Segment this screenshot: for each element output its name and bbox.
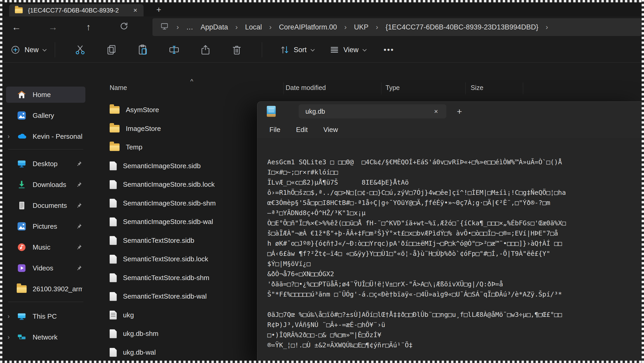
sort-button[interactable]: Sort xyxy=(279,45,314,55)
notepad-text-line: $Ý□|M§öVï¿□ xyxy=(267,259,642,269)
column-header-size[interactable]: Size xyxy=(471,84,483,92)
cut-icon[interactable] xyxy=(74,44,86,56)
delete-icon[interactable] xyxy=(231,44,243,56)
back-icon[interactable]: ← xyxy=(8,22,25,33)
notepad-app-icon xyxy=(267,106,276,117)
rename-icon[interactable] xyxy=(168,44,180,56)
sidebar-item-desktop[interactable]: Desktop xyxy=(6,156,85,172)
explorer-sidebar: Home Gallery › Kevin - Personal Desktop xyxy=(2,63,89,361)
close-tab-icon[interactable]: × xyxy=(132,6,139,14)
sidebar-item-documents[interactable]: Documents xyxy=(6,197,85,214)
notepad-text-line: 0äJ□7Qœ %□ú‰\å□ïô#□?±sÙ]AÖí□lŒ†Å‡‡ð□□ÐlÛ… xyxy=(267,310,642,320)
sidebar-item-network[interactable]: › Network xyxy=(6,329,85,345)
sidebar-item-label: 26100.3902_arm64 xyxy=(33,285,82,293)
column-separator[interactable] xyxy=(465,82,466,94)
share-icon[interactable] xyxy=(199,44,211,56)
sidebar-divider xyxy=(8,302,83,302)
file-icon xyxy=(110,199,117,208)
breadcrumb-overflow[interactable]: … xyxy=(186,23,193,31)
refresh-icon[interactable] xyxy=(116,22,132,33)
file-name: SemanticTextStore.sidb xyxy=(123,237,194,245)
expand-chevron-icon[interactable]: › xyxy=(8,313,10,320)
expand-chevron-icon[interactable]: › xyxy=(8,133,10,140)
downloads-icon xyxy=(16,179,27,190)
file-icon xyxy=(110,255,117,264)
paste-icon[interactable] xyxy=(137,44,149,56)
network-icon xyxy=(16,332,27,342)
column-header-type[interactable]: Type xyxy=(386,84,400,92)
menu-view[interactable]: View xyxy=(323,126,338,134)
sidebar-item-gallery[interactable]: Gallery xyxy=(6,107,85,124)
new-button[interactable]: New xyxy=(10,45,45,55)
column-header-date-modified[interactable]: Date modified xyxy=(286,84,326,92)
notepad-text-line: Ò□E°Ô□ñ"Ï□%×€>%%êž(□□ü□Å fH-¨□^KVD"íä+wt… xyxy=(267,218,642,228)
sidebar-item-music[interactable]: Music xyxy=(6,239,85,255)
notepad-titlebar[interactable]: ukg.db × + xyxy=(257,102,642,121)
file-icon xyxy=(110,348,117,357)
breadcrumb-item-appdata[interactable]: AppData xyxy=(200,23,228,31)
file-icon xyxy=(110,236,117,245)
explorer-tab[interactable]: {1EC4CC77-6D6B-40BC-8939-2 × xyxy=(9,4,144,16)
sidebar-item-downloads[interactable]: Downloads xyxy=(6,177,85,193)
column-separator[interactable] xyxy=(523,82,523,94)
breadcrumb-item-ukp[interactable]: UKP xyxy=(354,23,369,31)
new-button-label: New xyxy=(25,46,39,54)
notepad-editor[interactable]: AesGcm1 SQLite3 □ □□0@ □4C‰¢/§€MÈQOÍ+EáS… xyxy=(257,138,642,363)
folder-icon xyxy=(110,143,120,151)
this-pc-icon[interactable] xyxy=(160,22,169,33)
menu-file[interactable]: File xyxy=(269,126,280,134)
new-tab-button[interactable]: + xyxy=(156,5,161,15)
new-tab-button[interactable]: + xyxy=(457,106,462,117)
sidebar-item-videos[interactable]: Videos xyxy=(6,260,85,276)
column-separator[interactable] xyxy=(381,82,381,94)
file-name: ukg.db-shm xyxy=(123,330,158,338)
sidebar-item-build-folder[interactable]: 26100.3902_arm64 xyxy=(6,281,85,297)
gallery-icon xyxy=(16,110,27,121)
sort-ascending-icon[interactable]: ^ xyxy=(190,78,193,85)
notepad-text-line: ÏLvÆ_□«c□ß2)µÅ¶ü7Š 8IE&4þE}ÅtAö xyxy=(267,177,642,187)
breadcrumb[interactable]: › … AppData › Local › CoreAIPlatform.00 … xyxy=(152,18,642,36)
pin-icon xyxy=(75,244,82,251)
capture-border xyxy=(0,0,2,363)
forward-icon[interactable]: → xyxy=(45,22,61,33)
breadcrumb-item-coreaiplatform[interactable]: CoreAIPlatform.00 xyxy=(279,23,337,31)
notepad-tab[interactable]: ukg.db × xyxy=(299,104,446,118)
file-icon xyxy=(110,329,117,338)
pin-icon xyxy=(75,202,82,209)
chevron-down-icon xyxy=(310,47,315,51)
file-name: SemanticTextStore.sidb.lock xyxy=(123,255,208,263)
sidebar-item-home[interactable]: Home xyxy=(6,87,85,103)
copy-icon[interactable] xyxy=(105,44,117,56)
sidebar-item-label: Videos xyxy=(33,264,53,272)
expand-chevron-icon[interactable]: › xyxy=(8,334,10,341)
file-name: SemanticTextStore.sidb-shm xyxy=(123,274,209,282)
up-icon[interactable]: ↑ xyxy=(80,22,97,33)
notepad-text-line: &ðÒ¬å76«□XN□□ÓGX2 xyxy=(267,269,642,279)
sidebar-item-label: Pictures xyxy=(33,222,57,231)
file-name: SemanticImageStore.sidb xyxy=(123,162,201,170)
pin-icon xyxy=(75,265,82,271)
screenshot-root: {1EC4CC77-6D6B-40BC-8939-2 × + ← → ↑ › …… xyxy=(0,0,644,363)
more-options-icon[interactable]: ••• xyxy=(384,45,394,54)
chevron-right-icon: › xyxy=(176,23,179,31)
view-button[interactable]: View xyxy=(329,45,365,55)
sidebar-item-onedrive-personal[interactable]: › Kevin - Personal xyxy=(6,128,85,144)
notepad-text-line: I□×#□~;□r×r#klóí□□ xyxy=(267,167,642,177)
notepad-menubar: File Edit View xyxy=(257,121,642,138)
menu-edit[interactable]: Edit xyxy=(296,126,308,134)
sidebar-item-label: Music xyxy=(33,243,50,251)
sidebar-item-pictures[interactable]: Pictures xyxy=(6,218,85,234)
close-tab-icon[interactable]: × xyxy=(433,107,440,116)
column-separator[interactable] xyxy=(283,82,284,94)
column-header-name[interactable]: Name xyxy=(110,84,127,92)
file-icon xyxy=(110,161,117,170)
file-name: SemanticImageStore.sidb-wal xyxy=(123,218,213,226)
explorer-toolbar: New Sort View xyxy=(2,38,642,62)
breadcrumb-item-guid[interactable]: {1EC4CC77-6D6B-40BC-8939-23D13B994DBD} xyxy=(386,23,538,31)
sidebar-item-label: Home xyxy=(33,91,51,99)
sidebar-item-this-pc[interactable]: › This PC xyxy=(6,308,85,324)
breadcrumb-item-local[interactable]: Local xyxy=(245,23,262,31)
chevron-down-icon xyxy=(362,47,367,51)
this-pc-icon xyxy=(16,311,27,322)
sidebar-item-label: Downloads xyxy=(33,181,66,189)
